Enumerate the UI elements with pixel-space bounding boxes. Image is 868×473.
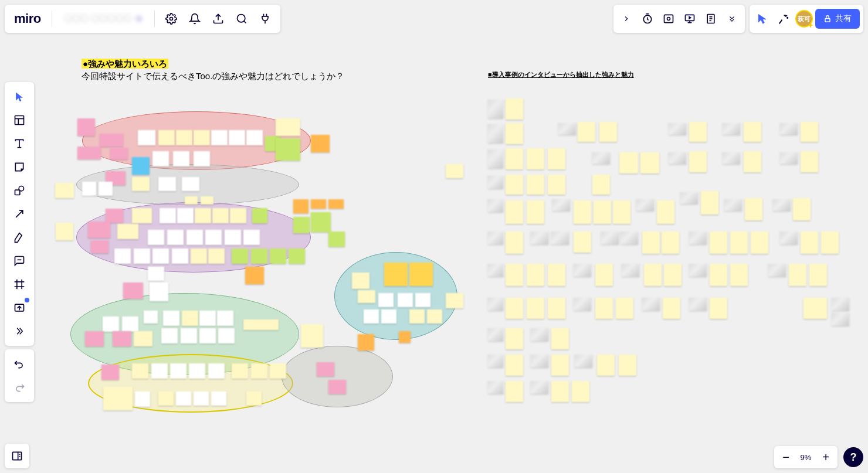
sticky-note[interactable]	[364, 309, 379, 324]
sticky-note[interactable]	[572, 381, 589, 402]
sticky-note[interactable]	[191, 249, 207, 264]
sticky-note[interactable]	[551, 355, 569, 376]
text-tool[interactable]	[7, 132, 32, 155]
sticky-note[interactable]	[230, 208, 246, 223]
sticky-note[interactable]	[91, 240, 108, 253]
image-thumbnail[interactable]	[636, 199, 654, 211]
sticky-note[interactable]	[176, 392, 191, 406]
sticky-note[interactable]	[415, 293, 430, 307]
sticky-note[interactable]	[595, 264, 613, 286]
image-thumbnail[interactable]	[689, 232, 707, 244]
sticky-note[interactable]	[135, 392, 150, 407]
image-thumbnail[interactable]	[488, 381, 503, 394]
sticky-note[interactable]	[381, 309, 396, 324]
sticky-note[interactable]	[427, 309, 442, 324]
sticky-note[interactable]	[189, 363, 205, 379]
sticky-note[interactable]	[158, 130, 175, 145]
sticky-note[interactable]	[809, 264, 827, 286]
zoom-out-button[interactable]: −	[778, 449, 794, 465]
sticky-note[interactable]	[644, 264, 662, 286]
sticky-note[interactable]	[642, 232, 660, 254]
sticky-note[interactable]	[167, 230, 184, 245]
sticky-note[interactable]	[640, 152, 659, 173]
image-thumbnail[interactable]	[832, 298, 849, 311]
sticky-note[interactable]	[506, 381, 523, 402]
sticky-note[interactable]	[117, 224, 138, 239]
sticky-note[interactable]	[245, 267, 264, 284]
export-button[interactable]	[209, 9, 228, 28]
zoom-level[interactable]: 9%	[798, 453, 814, 462]
sticky-note[interactable]	[176, 130, 192, 145]
sticky-note[interactable]	[599, 122, 617, 142]
sticky-note[interactable]	[548, 298, 565, 319]
sticky-note[interactable]	[710, 298, 727, 319]
sticky-note[interactable]	[506, 355, 523, 376]
settings-button[interactable]	[162, 9, 181, 28]
sticky-note[interactable]	[793, 198, 811, 220]
sticky-note[interactable]	[194, 392, 209, 406]
sticky-note[interactable]	[710, 232, 727, 254]
image-thumbnail[interactable]	[531, 381, 548, 394]
image-thumbnail[interactable]	[780, 152, 798, 164]
image-thumbnail[interactable]	[780, 232, 798, 244]
sticky-note[interactable]	[243, 319, 279, 330]
image-thumbnail[interactable]	[723, 123, 740, 135]
sticky-note[interactable]	[409, 263, 433, 286]
reactions-button[interactable]	[774, 9, 793, 28]
undo-button[interactable]	[7, 353, 32, 375]
notifications-button[interactable]	[185, 9, 204, 28]
sticky-note[interactable]	[574, 232, 591, 253]
sticky-note[interactable]	[801, 151, 818, 172]
sticky-note[interactable]	[122, 317, 138, 332]
sticky-note[interactable]	[311, 199, 326, 209]
image-thumbnail[interactable]	[575, 355, 592, 367]
sticky-note[interactable]	[56, 223, 73, 240]
sticky-note[interactable]	[409, 309, 425, 324]
sticky-note[interactable]	[548, 175, 565, 195]
sticky-note[interactable]	[527, 200, 544, 224]
sticky-note[interactable]	[276, 138, 300, 161]
sticky-note[interactable]	[594, 200, 611, 224]
present-button[interactable]	[680, 9, 699, 28]
image-thumbnail[interactable]	[622, 264, 639, 277]
sticky-note[interactable]	[55, 183, 74, 198]
sticky-note[interactable]	[194, 151, 210, 166]
sticky-note[interactable]	[123, 283, 143, 299]
sticky-note[interactable]	[182, 311, 198, 326]
sticky-note[interactable]	[246, 130, 263, 145]
sticky-note[interactable]	[730, 232, 748, 254]
image-thumbnail[interactable]	[552, 199, 570, 211]
sticky-note[interactable]	[217, 311, 233, 326]
image-thumbnail[interactable]	[574, 264, 591, 277]
sticky-note[interactable]	[613, 200, 630, 224]
image-thumbnail[interactable]	[723, 152, 740, 164]
sticky-note[interactable]	[205, 230, 222, 245]
image-thumbnail[interactable]	[832, 313, 849, 326]
sticky-note[interactable]	[251, 249, 267, 264]
image-thumbnail[interactable]	[488, 264, 503, 277]
sticky-note[interactable]	[311, 212, 331, 232]
sticky-note[interactable]	[446, 293, 463, 308]
image-thumbnail[interactable]	[531, 355, 548, 367]
sticky-note[interactable]	[134, 331, 152, 346]
sticky-note[interactable]	[151, 363, 168, 379]
sticky-note[interactable]	[506, 200, 523, 224]
notes-button[interactable]	[701, 9, 720, 28]
sticky-note[interactable]	[276, 118, 300, 136]
sticky-note[interactable]	[103, 387, 133, 410]
sticky-note[interactable]	[751, 232, 768, 254]
more-options-button[interactable]	[723, 9, 741, 28]
sticky-note[interactable]	[99, 182, 113, 196]
sticky-note[interactable]	[506, 328, 523, 349]
sticky-note[interactable]	[592, 175, 610, 195]
sticky-note[interactable]	[158, 177, 176, 191]
sticky-note[interactable]	[77, 147, 101, 159]
sticky-note[interactable]	[160, 208, 176, 223]
sticky-note[interactable]	[148, 230, 164, 245]
sticky-note[interactable]	[270, 249, 286, 264]
image-thumbnail[interactable]	[558, 123, 576, 135]
comment-tool[interactable]	[7, 250, 32, 272]
sticky-note[interactable]	[172, 249, 188, 264]
redo-button[interactable]	[7, 376, 32, 399]
sticky-note[interactable]	[103, 317, 119, 332]
